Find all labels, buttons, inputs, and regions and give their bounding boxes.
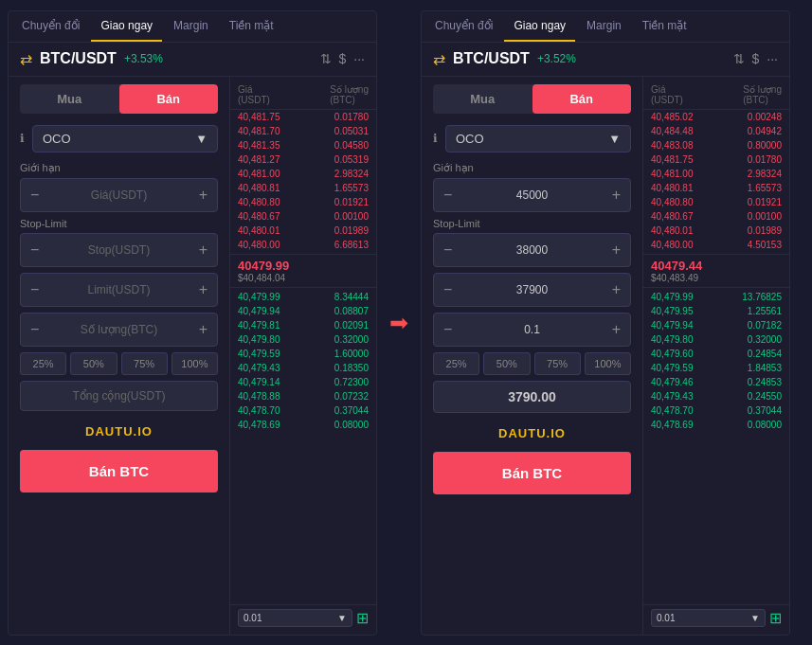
limit-value-right[interactable]: 37900 <box>461 278 602 302</box>
pair-name-left: BTC/USDT <box>40 50 117 67</box>
so-luong-plus-right[interactable]: + <box>603 314 630 346</box>
pct-100-right[interactable]: 100% <box>585 352 631 375</box>
limit-minus-left[interactable]: − <box>21 274 48 306</box>
ob-increment-val-right: 0.01 <box>657 613 675 623</box>
so-luong-plus-left[interactable]: + <box>189 314 217 346</box>
form-section-right: Giới hạn − 45000 + Stop-Limit − 38000 + … <box>422 156 642 421</box>
ob-buy-qty: 0.37044 <box>748 405 782 416</box>
ob-sells-right: 40,485.020.0024840,484.480.0494240,483.0… <box>643 110 789 252</box>
stop-minus-right[interactable]: − <box>434 234 461 266</box>
ob-buy-qty: 8.34444 <box>334 292 369 302</box>
limit-plus-left[interactable]: + <box>189 274 217 306</box>
tab-tien-mat-left[interactable]: Tiền mặt <box>220 11 283 42</box>
buy-button-right[interactable]: Mua <box>433 84 532 114</box>
pct-50-left[interactable]: 50% <box>70 352 117 375</box>
limit-input-row-left: − Limit(USDT) + <box>20 273 218 307</box>
gia-minus-right[interactable]: − <box>434 179 461 211</box>
dollar-icon-left[interactable]: $ <box>339 51 347 66</box>
dollar-icon-right[interactable]: $ <box>752 51 760 66</box>
tab-tien-mat-right[interactable]: Tiền mặt <box>633 11 696 42</box>
limit-minus-right[interactable]: − <box>434 274 461 306</box>
ob-sell-qty: 0.01989 <box>748 225 782 236</box>
sell-btc-btn-right[interactable]: Bán BTC <box>433 452 631 494</box>
ob-sell-qty: 0.05031 <box>334 126 369 136</box>
pct-25-left[interactable]: 25% <box>20 352 66 375</box>
ob-buy-price: 40,479.81 <box>238 320 280 331</box>
gia-value-right[interactable]: 45000 <box>461 183 602 207</box>
arrows-icon-left[interactable]: ⇅ <box>320 51 332 66</box>
stop-limit-label-right: Stop-Limit <box>433 218 631 229</box>
so-luong-input-row-right: − 0.1 + <box>433 313 631 347</box>
pct-75-right[interactable]: 75% <box>534 352 581 375</box>
gia-plus-left[interactable]: + <box>189 179 217 211</box>
oco-row-left: ℹ OCO ▼ <box>20 125 218 152</box>
ob-buy-qty: 0.18350 <box>334 363 369 373</box>
header-icons-left: ⇅ $ ··· <box>320 51 365 66</box>
ob-sell-price: 40,480.01 <box>651 225 694 236</box>
so-luong-minus-left[interactable]: − <box>21 314 48 346</box>
stop-label-left: Stop(USDT) <box>48 243 189 257</box>
arrows-icon-right[interactable]: ⇅ <box>733 51 745 66</box>
gia-plus-right[interactable]: + <box>603 179 630 211</box>
ob-buy-row: 40,478.700.37044 <box>643 403 789 418</box>
more-icon-left[interactable]: ··· <box>353 51 365 66</box>
ob-buy-qty: 1.60000 <box>334 349 369 359</box>
more-icon-right[interactable]: ··· <box>767 51 778 66</box>
tab-giao-ngay-left[interactable]: Giao ngay <box>91 11 162 42</box>
form-side-right: Mua Bán ℹ OCO ▼ Giới hạn − 45000 + <box>422 77 642 635</box>
ob-increment-select-left[interactable]: 0.01 ▼ <box>238 609 352 627</box>
limit-label-left: Limit(USDT) <box>48 283 189 296</box>
tab-giao-ngay-right[interactable]: Giao ngay <box>504 11 575 42</box>
ob-increment-arrow-left: ▼ <box>337 613 347 623</box>
tab-margin-right[interactable]: Margin <box>577 11 631 42</box>
stop-plus-left[interactable]: + <box>189 234 217 266</box>
info-icon-right[interactable]: ℹ <box>433 132 438 145</box>
tab-chuyen-doi-right[interactable]: Chuyển đổi <box>425 11 502 42</box>
pair-header-left: ⇄ BTC/USDT +3.53% ⇅ $ ··· <box>9 43 376 77</box>
pct-50-right[interactable]: 50% <box>483 352 530 375</box>
stop-minus-left[interactable]: − <box>21 234 48 266</box>
ob-buy-price: 40,479.14 <box>238 377 280 387</box>
ob-buy-row: 40,479.951.25561 <box>643 304 789 318</box>
limit-plus-right[interactable]: + <box>603 274 630 306</box>
oco-label-left: OCO <box>43 132 71 146</box>
oco-select-right[interactable]: OCO ▼ <box>445 125 631 152</box>
so-luong-minus-right[interactable]: − <box>434 314 461 346</box>
tab-margin-left[interactable]: Margin <box>164 11 218 42</box>
ob-header-right: Giá(USDT) Số lượng(BTC) <box>643 81 789 110</box>
grid-icon-left[interactable]: ⊞ <box>356 609 369 627</box>
ob-buy-qty: 0.32000 <box>748 334 782 345</box>
sell-button-right[interactable]: Bán <box>532 84 632 114</box>
stop-value-right[interactable]: 38000 <box>461 238 602 262</box>
ob-buy-qty: 0.08000 <box>748 420 782 430</box>
sell-btc-btn-left[interactable]: Bán BTC <box>20 450 218 493</box>
ob-sell-row: 40,481.002.98324 <box>230 167 376 181</box>
pct-25-right[interactable]: 25% <box>433 352 479 375</box>
ob-mid-right: 40479.44 $40,483.49 <box>643 254 789 288</box>
ob-increment-select-right[interactable]: 0.01 ▼ <box>651 609 766 627</box>
ob-sell-price: 40,481.27 <box>238 154 280 165</box>
info-icon-left[interactable]: ℹ <box>20 132 25 145</box>
oco-select-left[interactable]: OCO ▼ <box>32 125 218 152</box>
sell-button-left[interactable]: Bán <box>119 84 219 114</box>
gia-minus-left[interactable]: − <box>21 179 48 211</box>
ob-sell-qty: 0.01780 <box>334 112 369 122</box>
so-luong-value-right[interactable]: 0.1 <box>461 317 602 342</box>
ob-buy-price: 40,479.99 <box>651 292 694 302</box>
pair-swap-icon: ⇄ <box>20 50 32 68</box>
ob-sell-qty: 0.01989 <box>334 225 369 236</box>
buy-button-left[interactable]: Mua <box>20 84 119 114</box>
ob-sell-row: 40,481.750.01780 <box>230 110 376 124</box>
ob-sell-qty: 1.65573 <box>748 183 782 193</box>
grid-icon-right[interactable]: ⊞ <box>769 609 782 627</box>
ob-sell-row: 40,480.004.50153 <box>643 238 789 252</box>
gia-input-row-right: − 45000 + <box>433 178 631 212</box>
ob-buy-qty: 0.24853 <box>748 377 782 387</box>
tab-chuyen-doi-left[interactable]: Chuyển đổi <box>12 11 89 42</box>
right-panel: Chuyển đổi Giao ngay Margin Tiền mặt ⇄ B… <box>421 10 790 636</box>
stop-plus-right[interactable]: + <box>603 234 630 266</box>
pct-75-left[interactable]: 75% <box>121 352 168 375</box>
pct-100-left[interactable]: 100% <box>171 352 218 375</box>
ob-buy-price: 40,479.43 <box>651 391 694 402</box>
pair-name-right: BTC/USDT <box>453 50 530 67</box>
